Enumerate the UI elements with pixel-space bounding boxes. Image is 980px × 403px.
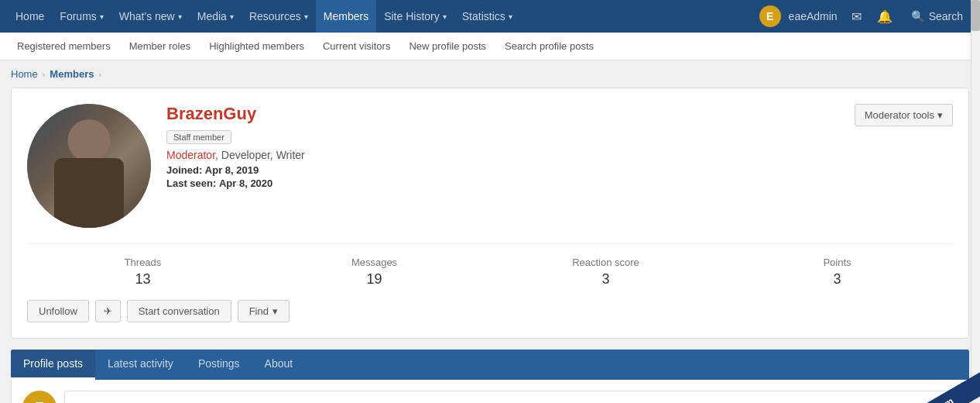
whats-new-arrow-icon: ▾ bbox=[178, 12, 182, 21]
find-button[interactable]: Find ▾ bbox=[238, 300, 290, 322]
joined-date: Joined: Apr 8, 2019 bbox=[166, 164, 839, 176]
subnav-highlighted-members[interactable]: Highlighted members bbox=[201, 33, 312, 60]
avatar-image bbox=[27, 104, 151, 228]
nav-whats-new[interactable]: What's new ▾ bbox=[111, 0, 190, 33]
stats-row: Threads 13 Messages 19 Reaction score 3 … bbox=[27, 243, 953, 288]
nav-site-history[interactable]: Site History ▾ bbox=[376, 0, 454, 33]
profile-info: BrazenGuy Staff member Moderator, Develo… bbox=[166, 104, 839, 191]
start-conversation-button[interactable]: Start conversation bbox=[127, 300, 231, 322]
profile-header: BrazenGuy Staff member Moderator, Develo… bbox=[27, 104, 953, 228]
role-moderator: Moderator bbox=[166, 149, 215, 161]
user-area[interactable]: E eaeAdmin bbox=[755, 5, 842, 27]
staff-badge: Staff member bbox=[166, 130, 231, 144]
message-icon-button[interactable]: ✈ bbox=[95, 300, 121, 322]
moderator-tools-button[interactable]: Moderator tools ▾ bbox=[855, 104, 953, 126]
role-other: , Developer, Writer bbox=[215, 149, 305, 161]
breadcrumb-separator-1: › bbox=[43, 70, 46, 79]
forums-arrow-icon: ▾ bbox=[100, 12, 104, 21]
stat-threads: Threads 13 bbox=[27, 257, 259, 288]
profile-posts-area: E ✏ Write something... bbox=[11, 380, 969, 403]
tab-postings[interactable]: Postings bbox=[186, 350, 252, 380]
username-label: eaeAdmin bbox=[789, 10, 838, 22]
tab-about[interactable]: About bbox=[252, 350, 306, 380]
send-icon: ✈ bbox=[104, 305, 112, 317]
breadcrumb-home[interactable]: Home bbox=[11, 68, 38, 80]
scrollbar-track[interactable] bbox=[971, 0, 980, 403]
profile-roles: Moderator, Developer, Writer bbox=[166, 149, 839, 161]
mod-tools-arrow-icon: ▾ bbox=[937, 109, 943, 121]
breadcrumb-members: Members bbox=[50, 68, 94, 80]
subnav-current-visitors[interactable]: Current visitors bbox=[315, 33, 398, 60]
site-history-arrow-icon: ▾ bbox=[443, 12, 447, 21]
breadcrumb-separator-2: › bbox=[98, 70, 101, 79]
subnav-registered-members[interactable]: Registered members bbox=[9, 33, 118, 60]
breadcrumb: Home › Members › bbox=[0, 60, 980, 88]
subnav-search-profile-posts[interactable]: Search profile posts bbox=[497, 33, 601, 60]
find-arrow-icon: ▾ bbox=[272, 305, 278, 317]
search-button[interactable]: 🔍 Search bbox=[902, 0, 972, 33]
profile-tabs: Profile posts Latest activity Postings A… bbox=[11, 350, 969, 380]
right-items: E eaeAdmin ✉ 🔔 🔍 Search bbox=[755, 0, 972, 33]
post-user-avatar: E bbox=[22, 391, 57, 403]
profile-tools: Moderator tools ▾ bbox=[855, 104, 953, 126]
avatar bbox=[27, 104, 151, 228]
tab-profile-posts[interactable]: Profile posts bbox=[11, 350, 95, 380]
resources-arrow-icon: ▾ bbox=[304, 12, 308, 21]
tab-latest-activity[interactable]: Latest activity bbox=[95, 350, 186, 380]
nav-items: Home Forums ▾ What's new ▾ Media ▾ Resou… bbox=[8, 0, 755, 33]
subnav-member-roles[interactable]: Member roles bbox=[122, 33, 198, 60]
stat-reaction-score: Reaction score 3 bbox=[490, 257, 721, 288]
profile-card: BrazenGuy Staff member Moderator, Develo… bbox=[11, 88, 969, 339]
post-input-field[interactable]: ✏ Write something... bbox=[64, 391, 958, 403]
user-avatar-badge: E bbox=[759, 5, 781, 27]
unfollow-button[interactable]: Unfollow bbox=[27, 300, 89, 322]
subnav-new-profile-posts[interactable]: New profile posts bbox=[401, 33, 494, 60]
action-buttons: Unfollow ✈ Start conversation Find ▾ bbox=[27, 300, 953, 322]
stat-points: Points 3 bbox=[721, 257, 953, 288]
nav-resources[interactable]: Resources ▾ bbox=[242, 0, 316, 33]
statistics-arrow-icon: ▾ bbox=[509, 12, 512, 21]
top-navigation: Home Forums ▾ What's new ▾ Media ▾ Resou… bbox=[0, 0, 980, 33]
profile-name: BrazenGuy bbox=[166, 104, 839, 124]
nav-home[interactable]: Home bbox=[8, 0, 52, 33]
stat-messages: Messages 19 bbox=[259, 257, 490, 288]
last-seen-date: Last seen: Apr 8, 2020 bbox=[166, 177, 839, 189]
nav-statistics[interactable]: Statistics ▾ bbox=[454, 0, 520, 33]
nav-media[interactable]: Media ▾ bbox=[190, 0, 242, 33]
scrollbar-thumb[interactable] bbox=[971, 0, 980, 31]
nav-forums[interactable]: Forums ▾ bbox=[52, 0, 111, 33]
media-arrow-icon: ▾ bbox=[230, 12, 234, 21]
notifications-icon[interactable]: 🔔 bbox=[871, 0, 899, 33]
nav-members[interactable]: Members bbox=[316, 0, 376, 33]
sub-navigation: Registered members Member roles Highligh… bbox=[0, 33, 980, 60]
search-icon: 🔍 bbox=[911, 10, 924, 22]
messages-icon[interactable]: ✉ bbox=[845, 0, 868, 33]
